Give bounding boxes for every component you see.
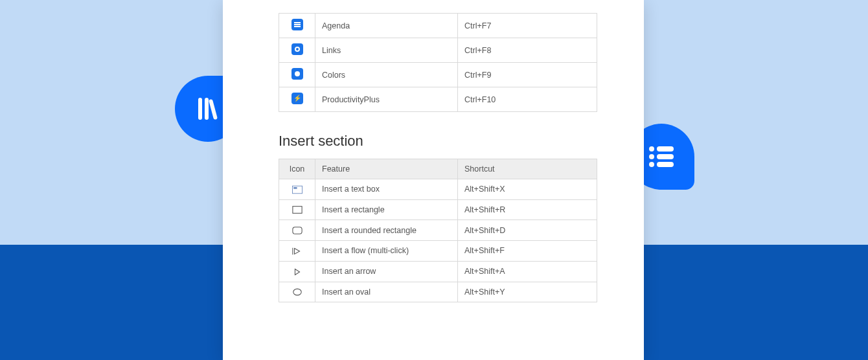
insert-section-table: Icon Feature Shortcut Insert a text box …	[279, 159, 597, 302]
feature-cell: ProductivityPlus	[315, 87, 458, 112]
feature-cell: Insert an oval	[315, 282, 458, 302]
table-row: Insert a rectangle Alt+Shift+R	[279, 199, 597, 220]
table-row: Colors Ctrl+F9	[279, 63, 597, 87]
table-row: Agenda Ctrl+F7	[279, 14, 597, 38]
table-row: Insert a rounded rectangle Alt+Shift+D	[279, 220, 597, 241]
svg-rect-10	[293, 187, 297, 189]
oval-icon	[292, 287, 303, 297]
flow-icon	[292, 247, 303, 256]
feature-cell: Insert a text box	[315, 179, 458, 200]
shortcut-cell: Ctrl+F10	[458, 87, 597, 112]
svg-point-7	[649, 162, 654, 167]
shortcut-cell: Ctrl+F7	[458, 14, 597, 38]
svg-rect-1	[205, 98, 209, 120]
table-row: Insert an oval Alt+Shift+Y	[279, 282, 597, 302]
shortcut-cell: Alt+Shift+X	[458, 179, 597, 200]
feature-cell: Agenda	[315, 14, 458, 38]
table-row: Insert an arrow Alt+Shift+A	[279, 261, 597, 282]
table-row: Insert a flow (multi-click) Alt+Shift+F	[279, 241, 597, 262]
agenda-icon	[291, 19, 303, 30]
svg-point-3	[649, 146, 654, 152]
svg-marker-14	[294, 248, 299, 254]
shortcut-cell: Alt+Shift+R	[458, 199, 597, 220]
shortcut-cell: Ctrl+F9	[458, 63, 597, 87]
svg-point-5	[649, 154, 654, 159]
document-page: Agenda Ctrl+F7 Links Ctrl+F8 Colors Ctrl…	[223, 0, 644, 360]
feature-cell: Links	[315, 38, 458, 63]
arrow-icon	[292, 267, 303, 276]
shortcut-cell: Alt+Shift+Y	[458, 282, 597, 302]
feature-cell: Insert a rectangle	[315, 199, 458, 220]
svg-rect-9	[292, 186, 302, 194]
feature-cell: Insert a rounded rectangle	[315, 220, 458, 241]
header-shortcut: Shortcut	[458, 159, 597, 179]
top-section-table: Agenda Ctrl+F7 Links Ctrl+F8 Colors Ctrl…	[279, 13, 597, 112]
feature-cell: Colors	[315, 63, 458, 87]
shortcut-cell: Ctrl+F8	[458, 38, 597, 63]
table-header-row: Icon Feature Shortcut	[279, 159, 597, 179]
svg-rect-11	[292, 207, 301, 214]
shortcut-cell: Alt+Shift+F	[458, 241, 597, 262]
header-icon: Icon	[279, 159, 315, 179]
feature-cell: Insert a flow (multi-click)	[315, 241, 458, 262]
textbox-icon	[292, 185, 303, 194]
links-icon	[291, 43, 303, 55]
table-row: Links Ctrl+F8	[279, 38, 597, 63]
insert-section-title: Insert section	[279, 133, 611, 150]
shortcut-cell: Alt+Shift+D	[458, 220, 597, 241]
svg-rect-2	[209, 99, 218, 120]
svg-rect-4	[657, 146, 674, 152]
shortcut-cell: Alt+Shift+A	[458, 261, 597, 282]
rectangle-icon	[292, 205, 303, 214]
svg-rect-12	[292, 227, 301, 234]
table-row: ProductivityPlus Ctrl+F10	[279, 87, 597, 112]
svg-point-16	[293, 289, 301, 295]
svg-rect-0	[198, 98, 202, 120]
svg-marker-15	[295, 269, 299, 275]
header-feature: Feature	[315, 159, 458, 179]
colors-icon	[291, 68, 303, 80]
feature-cell: Insert an arrow	[315, 261, 458, 282]
rounded-rectangle-icon	[292, 226, 303, 235]
table-row: Insert a text box Alt+Shift+X	[279, 179, 597, 200]
svg-rect-6	[657, 154, 674, 159]
productivity-icon	[291, 93, 303, 104]
svg-rect-8	[657, 162, 674, 167]
